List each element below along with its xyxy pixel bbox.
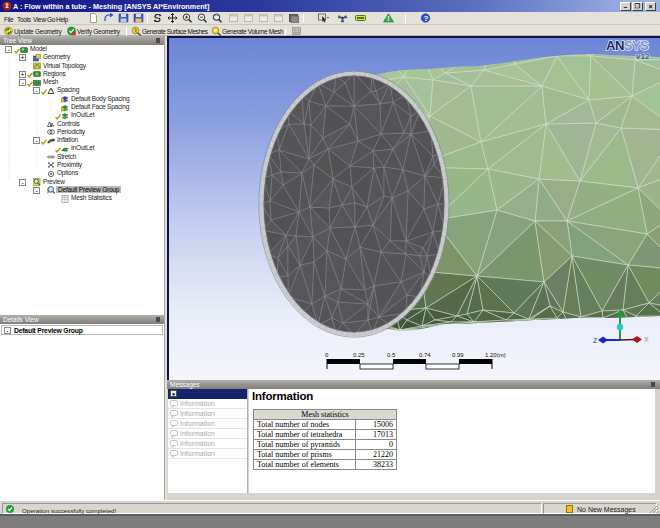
svg-text:v12: v12 [636, 52, 650, 61]
svg-text:X: X [644, 336, 649, 343]
svg-text:0.5: 0.5 [387, 352, 396, 358]
svg-text:0.25: 0.25 [353, 352, 365, 358]
svg-text:1.20(m): 1.20(m) [485, 352, 506, 358]
svg-text:0.74: 0.74 [419, 352, 431, 358]
svg-text:Z: Z [593, 337, 598, 344]
svg-text:!: ! [387, 15, 389, 22]
svg-text:?: ? [423, 14, 428, 23]
svg-text:0.99: 0.99 [452, 352, 464, 358]
svg-text:ANSYS: ANSYS [606, 38, 649, 53]
